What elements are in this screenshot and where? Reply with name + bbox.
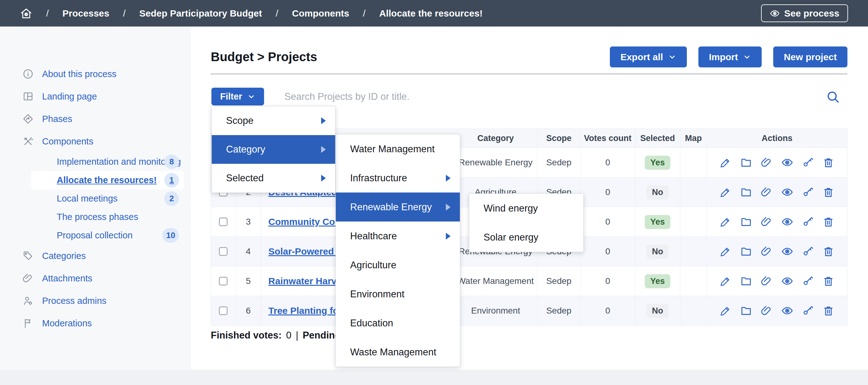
count-badge: 8: [164, 154, 179, 169]
edit-icon[interactable]: [720, 216, 732, 228]
subcategory-flyout-menu: Wind energy Solar energy: [469, 194, 584, 252]
permissions-key-icon[interactable]: [802, 186, 814, 198]
main-content: Budget > Projects Export all Import New …: [191, 27, 868, 370]
breadcrumb-current[interactable]: Allocate the resources!: [379, 8, 483, 19]
menu-item-wind-energy[interactable]: Wind energy: [469, 194, 583, 223]
attachment-icon[interactable]: [761, 186, 773, 198]
menu-item-agriculture[interactable]: Agriculture: [336, 250, 460, 279]
edit-icon[interactable]: [720, 305, 732, 317]
menu-item-label: Infrastructure: [350, 173, 407, 184]
project-map-cell: [680, 207, 707, 236]
attachment-icon[interactable]: [761, 305, 773, 317]
sub-item-label: Local meetings: [57, 194, 118, 204]
permissions-key-icon[interactable]: [802, 157, 814, 169]
project-votes: 0: [581, 296, 636, 325]
project-title-link[interactable]: Solar-Powered S: [269, 246, 343, 257]
sidebar-item-label: Components: [42, 136, 93, 147]
search-icon[interactable]: [826, 90, 840, 104]
breadcrumb-processes[interactable]: Processes: [62, 8, 109, 19]
preview-eye-icon[interactable]: [781, 275, 793, 287]
preview-eye-icon[interactable]: [781, 216, 793, 228]
row-checkbox[interactable]: [219, 247, 227, 256]
project-title-link[interactable]: Rainwater Harve: [269, 276, 342, 287]
sidebar-item-landing-page[interactable]: Landing page: [0, 85, 191, 108]
row-checkbox[interactable]: [219, 277, 227, 286]
delete-trash-icon[interactable]: [823, 305, 834, 317]
breadcrumb-process-name[interactable]: Sedep Participatory Budget: [140, 8, 262, 19]
preview-eye-icon[interactable]: [781, 157, 793, 169]
permissions-key-icon[interactable]: [802, 305, 814, 317]
sidebar-item-phases[interactable]: Phases: [0, 108, 191, 130]
edit-icon[interactable]: [720, 245, 732, 257]
chevron-down-icon: [668, 53, 676, 61]
menu-item-label: Education: [350, 318, 393, 329]
delete-trash-icon[interactable]: [823, 157, 834, 169]
folder-icon[interactable]: [740, 157, 752, 169]
folder-icon[interactable]: [740, 245, 752, 257]
sidebar-item-attachments[interactable]: Attachments: [0, 267, 191, 290]
home-icon[interactable]: [20, 7, 32, 20]
menu-item-education[interactable]: Education: [336, 308, 460, 337]
project-votes: 0: [581, 178, 636, 207]
new-project-button[interactable]: New project: [773, 47, 847, 67]
row-checkbox[interactable]: [219, 306, 227, 315]
delete-trash-icon[interactable]: [823, 275, 834, 287]
attachment-icon[interactable]: [761, 275, 773, 287]
menu-item-water-management[interactable]: Water Management: [336, 135, 460, 164]
delete-trash-icon[interactable]: [823, 216, 834, 228]
menu-item-infrastructure[interactable]: Infrastructure: [336, 164, 460, 192]
preview-eye-icon[interactable]: [781, 186, 793, 198]
sidebar-item-components[interactable]: Components: [0, 130, 191, 153]
export-all-button[interactable]: Export all: [610, 47, 687, 67]
sidebar-item-proposal-collection[interactable]: Proposal collection 10: [31, 226, 184, 245]
filter-button[interactable]: Filter: [211, 88, 264, 106]
permissions-key-icon[interactable]: [802, 275, 814, 287]
sidebar-item-categories[interactable]: Categories: [0, 245, 191, 267]
folder-icon[interactable]: [740, 305, 752, 317]
search-input[interactable]: [284, 89, 771, 105]
sidebar-item-local-meetings[interactable]: Local meetings 2: [31, 189, 184, 208]
project-title-link[interactable]: Tree Planting fo: [269, 305, 339, 316]
sidebar-item-label: Phases: [42, 114, 72, 124]
breadcrumb-components[interactable]: Components: [292, 8, 349, 19]
export-all-label: Export all: [620, 52, 663, 62]
folder-icon[interactable]: [740, 275, 752, 287]
project-title-link[interactable]: Community Con: [269, 216, 341, 227]
attachment-icon[interactable]: [761, 245, 773, 257]
menu-item-scope[interactable]: Scope: [212, 107, 335, 135]
menu-item-renewable-energy[interactable]: Renewable Energy: [336, 192, 460, 221]
sidebar-item-moderations[interactable]: Moderations: [0, 312, 191, 334]
header-divider: [211, 73, 847, 74]
folder-icon[interactable]: [740, 216, 752, 228]
menu-item-healthcare[interactable]: Healthcare: [336, 221, 460, 250]
delete-trash-icon[interactable]: [823, 245, 834, 257]
row-checkbox[interactable]: [219, 217, 227, 226]
sidebar-item-implementation-monitoring[interactable]: Implementation and monitoring 8: [31, 153, 184, 171]
edit-icon[interactable]: [720, 275, 732, 287]
see-process-button[interactable]: See process: [761, 4, 848, 22]
edit-icon[interactable]: [720, 157, 732, 169]
menu-item-waste-management[interactable]: Waste Management: [336, 337, 460, 366]
preview-eye-icon[interactable]: [781, 245, 793, 257]
selected-badge: No: [646, 185, 669, 199]
import-button[interactable]: Import: [699, 47, 762, 67]
attachment-icon[interactable]: [761, 216, 773, 228]
sidebar-item-process-phases[interactable]: The process phases: [31, 208, 184, 226]
user-gear-icon: [23, 295, 34, 306]
menu-item-selected[interactable]: Selected: [212, 164, 335, 192]
edit-icon[interactable]: [720, 186, 732, 198]
sidebar-item-allocate-resources[interactable]: Allocate the resources! 1: [31, 171, 184, 189]
menu-item-environment[interactable]: Environment: [336, 279, 460, 308]
selected-badge: Yes: [645, 274, 671, 288]
attachment-icon[interactable]: [761, 157, 773, 169]
menu-item-solar-energy[interactable]: Solar energy: [469, 223, 583, 252]
sidebar-item-about[interactable]: About this process: [0, 63, 191, 85]
delete-trash-icon[interactable]: [823, 186, 834, 198]
menu-item-category[interactable]: Category: [212, 135, 335, 164]
preview-eye-icon[interactable]: [781, 305, 793, 317]
permissions-key-icon[interactable]: [802, 245, 814, 257]
folder-icon[interactable]: [740, 186, 752, 198]
project-map-cell: [680, 148, 707, 177]
permissions-key-icon[interactable]: [802, 216, 814, 228]
sidebar-item-process-admins[interactable]: Process admins: [0, 290, 191, 312]
